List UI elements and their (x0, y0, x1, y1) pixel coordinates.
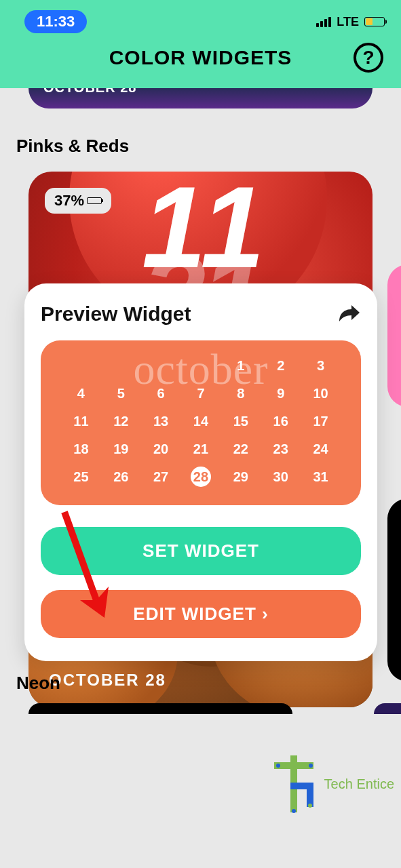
calendar-day-today: 28 (191, 467, 211, 487)
calendar-day: 6 (141, 383, 181, 404)
calendar-day: 17 (301, 411, 341, 432)
peek-black-widget[interactable] (387, 498, 401, 682)
calendar-day: 24 (301, 439, 341, 460)
calendar-day: 29 (221, 467, 261, 488)
status-time: 11:33 (24, 10, 87, 33)
watermark-logo-icon (270, 753, 318, 815)
status-right: LTE (316, 15, 385, 29)
network-label: LTE (337, 15, 359, 29)
widget-battery-pill: 37% (45, 188, 111, 214)
help-button[interactable]: ? (354, 43, 383, 73)
calendar-day: 27 (141, 467, 181, 488)
calendar-day: 19 (101, 439, 141, 460)
calendar-day (141, 355, 181, 376)
watermark: Tech Entice (270, 753, 394, 815)
calendar-day: 13 (141, 411, 181, 432)
app-title-row: COLOR WIDGETS ? (0, 34, 401, 81)
svg-point-9 (308, 804, 312, 808)
calendar-day (181, 355, 221, 376)
svg-point-6 (276, 764, 280, 768)
share-button[interactable] (338, 304, 361, 324)
section-neon: Neon (16, 673, 60, 694)
app-header: 11:33 LTE COLOR WIDGETS ? (0, 0, 401, 88)
calendar-day: 30 (261, 467, 301, 488)
calendar-day: 12 (101, 411, 141, 432)
edit-widget-button[interactable]: EDIT WIDGET › (41, 590, 361, 638)
calendar-day: 21 (181, 439, 221, 460)
calendar-grid: 1234567891011121314151617181920212223242… (61, 355, 341, 488)
calendar-day: 10 (301, 383, 341, 404)
calendar-day: 25 (61, 467, 101, 488)
app-title: COLOR WIDGETS (109, 46, 292, 69)
svg-point-8 (292, 809, 296, 813)
calendar-day: 2 (261, 355, 301, 376)
svg-point-7 (309, 764, 313, 768)
calendar-day: 11 (61, 411, 101, 432)
preview-widget-modal: Preview Widget october 12345678910111213… (24, 283, 377, 661)
calendar-day: 22 (221, 439, 261, 460)
svg-rect-5 (307, 783, 313, 807)
calendar-day: 20 (141, 439, 181, 460)
previous-widget-card[interactable]: OCTOBER 28 (28, 88, 373, 108)
pumpkin-date: OCTOBER 28 (49, 671, 166, 690)
calendar-day: 5 (101, 383, 141, 404)
calendar-day: 23 (261, 439, 301, 460)
calendar-day: 8 (221, 383, 261, 404)
battery-icon (364, 17, 385, 26)
calendar-day: 4 (61, 383, 101, 404)
calendar-day: 18 (61, 439, 101, 460)
calendar-day: 26 (101, 467, 141, 488)
calendar-day: 31 (301, 467, 341, 488)
neon-widget-top[interactable] (28, 703, 292, 714)
calendar-day (101, 355, 141, 376)
signal-icon (316, 17, 331, 27)
set-widget-button[interactable]: SET WIDGET (41, 527, 361, 575)
calendar-day: 9 (261, 383, 301, 404)
calendar-day: 15 (221, 411, 261, 432)
neon-widget-top-right[interactable] (374, 703, 401, 714)
status-bar: 11:33 LTE (0, 0, 401, 34)
calendar-day: 7 (181, 383, 221, 404)
calendar-widget-preview: october 12345678910111213141516171819202… (41, 340, 361, 505)
calendar-day: 16 (261, 411, 301, 432)
watermark-text: Tech Entice (324, 776, 394, 792)
battery-small-icon (87, 197, 102, 204)
peek-pink-widget[interactable] (387, 264, 401, 407)
section-pinks-reds: Pinks & Reds (16, 136, 389, 157)
question-icon: ? (362, 47, 374, 68)
calendar-day: 3 (301, 355, 341, 376)
preview-title: Preview Widget (41, 302, 191, 326)
previous-widget-date: OCTOBER 28 (43, 88, 136, 96)
calendar-day: 14 (181, 411, 221, 432)
widget-battery-text: 37% (54, 192, 84, 210)
calendar-day (61, 355, 101, 376)
calendar-day: 1 (221, 355, 261, 376)
share-arrow-icon (338, 304, 361, 324)
